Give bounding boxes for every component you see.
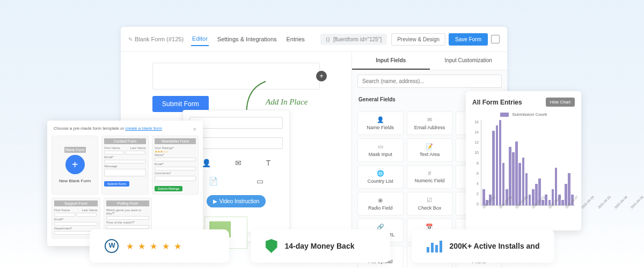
- field-card[interactable]: #Numeric Field: [407, 165, 453, 189]
- field-icon: 🌐: [360, 170, 401, 177]
- edit-icon: ✎: [128, 36, 133, 42]
- field-card[interactable]: 📝Text Area: [407, 138, 453, 162]
- modal-header: Choose a pre-made form template or creat…: [52, 125, 199, 136]
- hide-chart-button[interactable]: Hide Chart: [546, 98, 575, 107]
- field-icon: 📝: [409, 143, 450, 150]
- preview-input: [189, 137, 283, 149]
- field-card[interactable]: ✉Email Address: [407, 111, 453, 135]
- user-icon: 👤: [202, 159, 211, 167]
- preview-icon-row: 👤 ✉ T: [189, 159, 283, 167]
- installs-card: 200K+ Active Installs and: [412, 229, 555, 263]
- star-rating-icon: ★ ★ ★ ★ ★: [126, 241, 183, 251]
- field-icon: 👤: [360, 116, 401, 123]
- field-icon: ☑: [409, 197, 450, 204]
- chart-bar: [499, 120, 502, 205]
- legend-swatch-icon: [500, 113, 509, 117]
- wordpress-icon: [105, 239, 119, 253]
- save-form-button[interactable]: Save Form: [449, 33, 488, 46]
- tab-editor[interactable]: Editor: [191, 32, 209, 46]
- field-icon: #: [409, 170, 450, 176]
- tab-input-customization[interactable]: Input Customization: [430, 52, 508, 70]
- sidebar-tabs: Input Fields Input Customization: [352, 52, 507, 70]
- topbar: ✎ Blank Form (#125) Editor Settings & In…: [121, 27, 507, 52]
- add-field-icon[interactable]: +: [316, 71, 327, 81]
- entries-chart-panel: All Form Entries Hide Chart Submission C…: [466, 91, 581, 230]
- field-card[interactable]: ▭Mask Input: [357, 138, 404, 162]
- chart-bars: [481, 120, 575, 206]
- x-axis: 2021-04-022021-04-052021-04-082021-04-11…: [482, 207, 575, 210]
- fullscreen-icon[interactable]: [491, 35, 500, 43]
- create-blank-form-link[interactable]: create a blank form: [125, 126, 162, 131]
- breadcrumb: Blank Form (#125): [135, 36, 184, 42]
- chart-bar: [502, 163, 505, 206]
- shortcode-display[interactable]: ⟨⟩ [fluentform id="125"]: [320, 34, 387, 45]
- doc-icon: 📄: [209, 177, 218, 185]
- field-icon: ✉: [409, 116, 450, 123]
- code-icon: ⟨⟩: [326, 36, 330, 42]
- star-icon: ★★★☆☆: [155, 150, 196, 153]
- y-axis: 1614121086420: [472, 120, 481, 206]
- field-card[interactable]: 🌐Country List: [357, 165, 404, 189]
- mail-icon: ✉: [235, 159, 241, 167]
- tab-input-fields[interactable]: Input Fields: [352, 52, 430, 70]
- money-back-card: 14-day Money Back: [251, 229, 390, 263]
- play-icon: ▶: [213, 198, 217, 204]
- chart-bar: [529, 195, 531, 205]
- tab-entries[interactable]: Entries: [286, 33, 306, 46]
- field-search-input[interactable]: [357, 75, 502, 88]
- chart-bar: [561, 200, 564, 205]
- chart-legend: Submission Count: [472, 112, 575, 117]
- preview-icon-row: 📄 ▭: [189, 177, 283, 185]
- card-icon: ▭: [257, 177, 264, 185]
- chart-bar: [545, 195, 547, 205]
- field-card[interactable]: 👤Name Fields: [357, 111, 404, 135]
- chart-bar: [492, 131, 495, 205]
- field-icon: ◉: [360, 197, 401, 204]
- field-card[interactable]: ◉Radio Field: [357, 192, 404, 215]
- chart-bar: [482, 189, 485, 205]
- add-in-place-label: Add In Place: [266, 98, 308, 107]
- template-newsletter-form[interactable]: Newsletter Form Your Ratings* ★★★☆☆ Name…: [152, 136, 199, 195]
- chart-bar: [515, 142, 518, 205]
- chart-bar: [565, 184, 567, 205]
- feature-cards-row: ★ ★ ★ ★ ★ 14-day Money Back 200K+ Active…: [0, 219, 644, 268]
- shield-icon: [266, 239, 277, 253]
- chart-title: All Form Entries: [472, 99, 522, 106]
- rating-card: ★ ★ ★ ★ ★: [90, 229, 229, 263]
- form-field-placeholder[interactable]: +: [152, 63, 320, 90]
- text-icon: T: [266, 159, 271, 167]
- tab-settings[interactable]: Settings & Integrations: [216, 33, 278, 46]
- template-blank-form[interactable]: Blank Form + New Blank Form: [52, 136, 98, 195]
- chart-bar: [532, 189, 535, 205]
- video-instruction-button[interactable]: ▶ Video Instruction: [207, 195, 266, 207]
- chart-area: 1614121086420: [472, 120, 575, 206]
- bar-chart-icon: [427, 240, 442, 252]
- plus-icon: +: [65, 155, 85, 174]
- preview-design-button[interactable]: Preview & Design: [391, 33, 445, 46]
- field-card[interactable]: ☑Check Box: [407, 192, 453, 215]
- template-contact-form[interactable]: Contact Form First NameLast Name Email* …: [101, 136, 148, 195]
- field-icon: ▭: [360, 143, 401, 150]
- chart-bar: [496, 125, 499, 205]
- preview-input: [189, 117, 283, 129]
- chart-bar: [518, 163, 521, 206]
- close-icon[interactable]: ×: [193, 126, 196, 132]
